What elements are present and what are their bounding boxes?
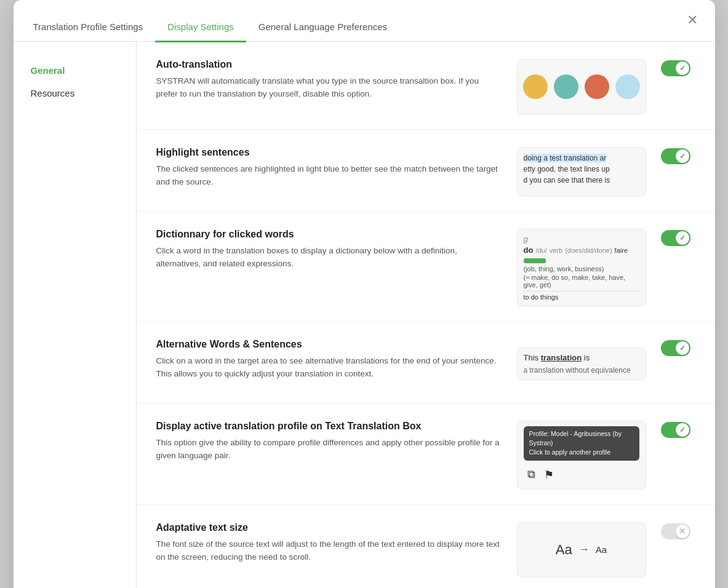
sidebar-item-resources[interactable]: Resources (14, 82, 136, 105)
dict-green-bar (524, 258, 546, 263)
setting-auto-translation-desc: SYSTRAN will automatically translate wha… (156, 75, 502, 101)
toggle-knob: ✓ (676, 231, 689, 245)
setting-auto-translation-preview (517, 59, 646, 114)
setting-alternative-preview: This translation is a translation withou… (517, 339, 646, 388)
setting-display-profile-text: Display active translation profile on Te… (156, 421, 502, 463)
setting-dictionary-text: Dictionnary for clicked words Click a wo… (156, 229, 502, 271)
toggle-knob: ✓ (676, 423, 689, 437)
setting-display-profile: Display active translation profile on Te… (137, 403, 715, 505)
toggle-alternative[interactable]: ✓ (661, 340, 690, 356)
toggle-knob: ✓ (676, 149, 689, 163)
layers-icon: ⧉ (527, 468, 535, 481)
highlight-preview: doing a test translation ar etty good, t… (517, 147, 646, 196)
profile-tooltip: Profile: Model - Agribusiness (by Systra… (524, 426, 639, 461)
toggle-knob: ✓ (676, 62, 689, 75)
setting-adaptive-text: Adaptative text size The font size of th… (137, 505, 715, 588)
tab-translation-profile[interactable]: Translation Profile Settings (33, 22, 156, 42)
toggle-knob: ✓ (676, 341, 689, 355)
flag-icon: ⚑ (544, 468, 554, 482)
setting-alternative-title: Alternative Words & Sentences (156, 339, 502, 350)
setting-alternative-desc: Click on a word in the target area to se… (156, 355, 502, 381)
profile-preview: Profile: Model - Agribusiness (by Systra… (517, 421, 646, 490)
setting-dictionary-preview: g do /du/ verb (does/did/done) faire (jo… (517, 229, 646, 306)
dot-teal (554, 74, 578, 99)
setting-display-profile-title: Display active translation profile on Te… (156, 421, 502, 432)
adaptive-preview: Aa → Aa (517, 522, 646, 578)
setting-auto-translation-title: Auto-translation (156, 59, 502, 70)
tab-general-language[interactable]: General Language Preferences (246, 22, 399, 42)
toggle-auto-translation[interactable]: ✓ (661, 60, 690, 76)
toggle-highlight[interactable]: ✓ (661, 148, 690, 164)
dots-preview (517, 59, 646, 114)
toggle-adaptive[interactable]: ✕ (661, 523, 690, 539)
sidebar: General Resources (14, 42, 137, 588)
setting-alternative-text: Alternative Words & Sentences Click on a… (156, 339, 502, 381)
setting-highlight-desc: The clicked sentences are highlighted in… (156, 163, 502, 189)
setting-highlight-title: Highlight sentences (156, 147, 502, 158)
setting-dictionary-desc: Click a word in the translation boxes to… (156, 245, 502, 271)
setting-adaptive-text-text: Adaptative text size The font size of th… (156, 522, 502, 564)
setting-auto-translation-toggle[interactable]: ✓ (661, 59, 695, 76)
setting-highlight-sentences: Highlight sentences The clicked sentence… (137, 130, 715, 212)
adaptive-big-aa: Aa (556, 542, 572, 558)
toggle-dictionary[interactable]: ✓ (661, 230, 690, 246)
dot-blue (615, 74, 640, 99)
setting-display-profile-toggle[interactable]: ✓ (661, 421, 695, 438)
tab-display-settings[interactable]: Display Settings (155, 22, 246, 42)
setting-display-profile-preview: Profile: Model - Agribusiness (by Systra… (517, 421, 646, 490)
setting-highlight-preview: doing a test translation ar etty good, t… (517, 147, 646, 196)
setting-highlight-text: Highlight sentences The clicked sentence… (156, 147, 502, 189)
toggle-knob-x: ✕ (676, 525, 689, 538)
setting-auto-translation-text: Auto-translation SYSTRAN will automatica… (156, 59, 502, 101)
setting-adaptive-preview: Aa → Aa (517, 522, 646, 578)
tab-bar: Translation Profile Settings Display Set… (14, 0, 715, 42)
setting-alternative-words: Alternative Words & Sentences Click on a… (137, 322, 715, 403)
settings-content: Auto-translation SYSTRAN will automatica… (137, 42, 715, 588)
dot-yellow (523, 74, 548, 99)
close-button[interactable]: ✕ (687, 14, 698, 27)
settings-modal: Translation Profile Settings Display Set… (14, 0, 715, 588)
setting-auto-translation: Auto-translation SYSTRAN will automatica… (137, 42, 715, 130)
dict-preview: g do /du/ verb (does/did/done) faire (jo… (517, 229, 646, 306)
setting-highlight-toggle[interactable]: ✓ (661, 147, 695, 164)
toggle-display-profile[interactable]: ✓ (661, 422, 690, 438)
alt-preview: This translation is a translation withou… (517, 348, 646, 380)
setting-adaptive-desc: The font size of the source text will ad… (156, 538, 502, 564)
setting-display-profile-desc: This option give the ability to compare … (156, 437, 502, 463)
setting-adaptive-toggle[interactable]: ✕ (661, 522, 695, 539)
setting-alternative-toggle[interactable]: ✓ (661, 339, 695, 356)
setting-dictionary: Dictionnary for clicked words Click a wo… (137, 212, 715, 322)
setting-dictionary-title: Dictionnary for clicked words (156, 229, 502, 240)
adaptive-small-aa: Aa (596, 544, 607, 555)
setting-adaptive-title: Adaptative text size (156, 522, 502, 533)
dict-letter: g (524, 234, 639, 244)
setting-dictionary-toggle[interactable]: ✓ (661, 229, 695, 246)
adaptive-arrow: → (578, 543, 590, 556)
profile-icons-row: ⧉ ⚑ (524, 466, 639, 484)
sidebar-item-general[interactable]: General (14, 59, 136, 82)
modal-body: General Resources Auto-translation SYSTR… (14, 42, 715, 588)
dot-orange (585, 74, 609, 99)
